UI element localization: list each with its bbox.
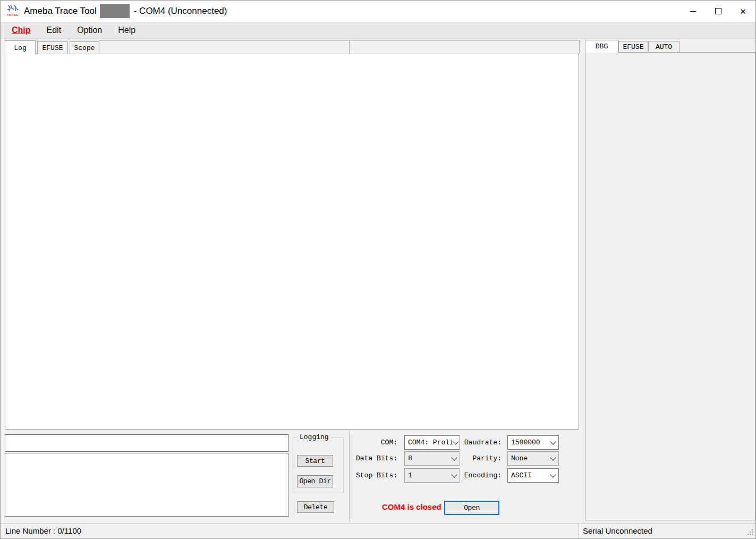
stop-bits-label: Stop Bits: [335,471,397,479]
close-button[interactable]: ✕ [730,1,755,22]
window-title: Ameba Trace Tool [24,6,97,16]
command-input[interactable] [5,434,288,452]
encoding-label: Encoding: [448,471,502,479]
log-view [5,54,579,429]
com-select-value: COM4: Proli [408,439,454,447]
parity-select: None [507,451,559,466]
data-bits-label: Data Bits: [335,454,397,462]
minimize-icon [690,11,696,12]
menu-chip[interactable]: Chip [4,22,39,39]
statusbar-divider [579,524,579,539]
baudrate-select-value: 1500000 [511,439,540,447]
maximize-button[interactable] [706,1,730,22]
logging-group-title: Logging [298,433,331,441]
serial-status: Serial Unconnected [583,526,652,535]
delete-button[interactable]: Delete [297,501,334,513]
app-icon-caption: TRACE [7,13,19,16]
line-number-status: Line Number : 0/1100 [5,526,81,535]
tab-log[interactable]: Log [5,40,36,55]
titlebar: TRACE Ameba Trace Tool - COM4 (Unconnect… [1,1,755,22]
minimize-button[interactable] [681,1,706,22]
data-bits-select-value: 8 [408,454,412,462]
open-dir-button[interactable]: Open Dir [297,475,333,487]
baudrate-select[interactable]: 1500000 [507,435,559,450]
close-icon: ✕ [740,7,746,15]
resize-grip[interactable] [746,529,754,537]
tabstrip-border [99,40,579,41]
menu-help[interactable]: Help [110,22,143,39]
tabstrip-divider [349,40,350,54]
menubar: Chip Edit Option Help [1,22,755,39]
app-window: TRACE Ameba Trace Tool - COM4 (Unconnect… [0,0,756,539]
dbg-panel [585,52,755,520]
statusbar: Line Number : 0/1100 Serial Unconnected [1,523,755,538]
app-icon: TRACE [6,4,20,18]
chevron-down-icon [550,439,556,444]
encoding-select-value: ASCII [511,471,532,479]
parity-label: Parity: [448,454,502,462]
com-label: COM: [335,439,397,447]
menu-edit[interactable]: Edit [39,22,70,39]
app-icon-art [6,4,19,13]
redacted-version-box [100,4,130,18]
tab-dbg[interactable]: DBG [585,40,618,53]
window-controls: ✕ [681,1,755,22]
menu-option[interactable]: Option [69,22,110,39]
chevron-down-icon [550,471,556,477]
tab-auto[interactable]: AUTO [648,41,679,53]
tab-efuse-right[interactable]: EFUSE [618,41,648,53]
parity-select-value: None [511,454,528,462]
baudrate-label: Baudrate: [448,439,502,447]
tab-scope[interactable]: Scope [70,41,99,54]
com-status-text: COM4 is closed [382,502,441,511]
stop-bits-select-value: 1 [408,471,412,479]
window-title-connection: - COM4 (Unconnected) [134,6,227,16]
tab-efuse[interactable]: EFUSE [37,41,68,54]
chevron-down-icon [550,454,556,460]
maximize-icon [715,8,721,14]
message-list[interactable] [5,453,288,517]
encoding-select[interactable]: ASCII [507,468,559,483]
logging-start-button[interactable]: Start [297,455,333,467]
open-com-button[interactable]: Open [444,501,499,515]
tabstrip-right-border [579,40,580,54]
